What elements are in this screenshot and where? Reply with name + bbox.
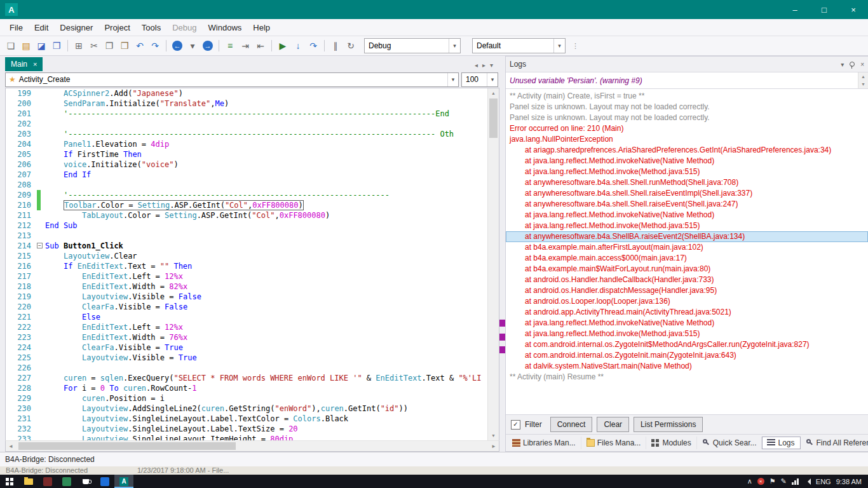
log-output[interactable]: ** Activity (main) Create, isFirst = tru… — [506, 89, 868, 414]
bridge-status-icon[interactable]: × — [757, 478, 764, 485]
menu-file[interactable]: File — [4, 20, 29, 35]
log-line[interactable]: at java.lang.reflect.Method.invokeNative… — [506, 318, 868, 329]
pen-icon[interactable]: ✎ — [781, 477, 787, 485]
code-line[interactable]: 212End Sub — [6, 220, 488, 231]
connect-button[interactable]: Connect — [550, 417, 593, 432]
close-logs-icon[interactable]: × — [860, 61, 864, 68]
sub-selector-combobox[interactable]: ★ Activity_Create ▾ — [5, 72, 459, 87]
scrollbar-thumb[interactable] — [489, 98, 498, 138]
tab-files-manager[interactable]: Files Mana... — [581, 437, 647, 449]
save-all-icon[interactable]: ❒ — [50, 39, 64, 53]
log-line[interactable]: ** Activity (main) Create, isFirst = tru… — [506, 91, 868, 102]
scroll-down-icon[interactable]: ▼ — [488, 431, 499, 440]
save-icon[interactable]: ◪ — [34, 39, 48, 53]
code-line[interactable]: 222EnEditText.Left = 12%x — [6, 322, 488, 332]
code-line[interactable]: 233Layoutview.SingleLineLayout.ItemHeigh… — [6, 434, 488, 440]
app-icon-green[interactable] — [57, 475, 76, 488]
log-line[interactable]: at com.android.internal.os.ZygoteInit.ma… — [506, 350, 868, 361]
forward-icon[interactable]: → — [201, 39, 215, 53]
back-icon[interactable]: ← — [170, 39, 184, 53]
scroll-right-icon[interactable]: ► — [489, 444, 499, 449]
log-line[interactable]: Error occurred on line: 210 (Main) — [506, 123, 868, 134]
log-line[interactable]: at anywheresoftware.b4a.shell.Shell.runM… — [506, 177, 868, 188]
log-line[interactable]: at android.os.Handler.handleCallback(Han… — [506, 274, 868, 285]
code-line[interactable]: 203'------------------------------------… — [6, 129, 488, 139]
code-line[interactable]: 206voice.Initialize("voice") — [6, 159, 488, 170]
code-line[interactable]: 202 — [6, 119, 488, 129]
redo-icon[interactable]: ↷ — [148, 39, 162, 53]
log-line-selected[interactable]: at anywheresoftware.b4a.ShellBA.raiseEve… — [506, 231, 868, 242]
code-line[interactable]: 211TabLayout.Color = Setting.ASP.GetInt(… — [6, 210, 488, 220]
code-line[interactable]: 208 — [6, 180, 488, 190]
log-line[interactable]: Panel size is unknown. Layout may not be… — [506, 102, 868, 112]
file-explorer-icon[interactable] — [19, 475, 38, 488]
list-permissions-button[interactable]: List Permissions — [634, 417, 703, 432]
minimize-button[interactable]: – — [780, 0, 810, 19]
tab-scroll-left-icon[interactable]: ◂ — [475, 62, 478, 69]
log-line[interactable]: at android.os.Looper.loop(Looper.java:13… — [506, 296, 868, 307]
chevron-down-icon[interactable]: ▾ — [487, 73, 498, 86]
clock[interactable]: 9:38 AM — [836, 478, 862, 485]
close-button[interactable]: × — [839, 0, 868, 19]
java-app-icon[interactable] — [76, 475, 95, 488]
menu-debug[interactable]: Debug — [166, 20, 202, 35]
chevron-down-icon[interactable]: ▾ — [449, 39, 460, 53]
zoom-combobox[interactable]: 100 ▾ — [461, 72, 498, 87]
designer-icon[interactable]: ⊞ — [72, 39, 86, 53]
log-line[interactable]: at ariagp.sharedprefrences.AriaSharedPre… — [506, 145, 868, 156]
log-line[interactable]: ** Activity (main) Resume ** — [506, 372, 868, 383]
code-line[interactable]: 228For i = 0 To curen.RowCount-1 — [6, 383, 488, 393]
code-line[interactable]: 205If FirstTime Then — [6, 149, 488, 159]
code-line[interactable]: 204Panel1.Elevation = 4dip — [6, 139, 488, 149]
log-line[interactable]: at b4a.example.main.access$000(main.java… — [506, 253, 868, 264]
code-line[interactable]: 230Layoutview.AddSingleLine2(curen.GetSt… — [6, 403, 488, 414]
undo-icon[interactable]: ↶ — [133, 39, 147, 53]
menu-designer[interactable]: Designer — [54, 20, 98, 35]
action-center-flag-icon[interactable]: ⚑ — [770, 477, 776, 485]
log-line[interactable]: at anywheresoftware.b4a.shell.Shell.rais… — [506, 188, 868, 199]
code-line[interactable]: 207End If — [6, 170, 488, 180]
comment-icon[interactable]: ≡ — [223, 39, 237, 53]
cut-icon[interactable]: ✂ — [87, 39, 101, 53]
log-line[interactable]: at java.lang.reflect.Method.invokeNative… — [506, 210, 868, 220]
run-icon[interactable]: ▶ — [276, 39, 290, 53]
log-line[interactable]: at android.app.ActivityThread.main(Activ… — [506, 307, 868, 318]
code-line[interactable]: 221Else — [6, 312, 488, 322]
pin-icon[interactable] — [850, 62, 855, 67]
code-line[interactable]: 225Layoutview.Visible = True — [6, 353, 488, 363]
menu-help[interactable]: Help — [247, 20, 276, 35]
copy-icon[interactable]: ❐ — [102, 39, 116, 53]
menu-project[interactable]: Project — [98, 20, 135, 35]
log-line[interactable]: at b4a.example.main.afterFirstLayout(mai… — [506, 242, 868, 253]
tab-find-all-references[interactable]: Find All Referen... — [801, 437, 868, 449]
code-line[interactable]: 223EnEditText.Width = 76%x — [6, 332, 488, 342]
code-line[interactable]: 214−Sub Button1_Click — [6, 241, 488, 251]
code-line[interactable]: 227curen = sqlen.ExecQuery("SELECT * FRO… — [6, 373, 488, 383]
code-line[interactable]: 213 — [6, 231, 488, 241]
log-line[interactable]: at java.lang.reflect.Method.invoke(Metho… — [506, 166, 868, 177]
tab-libraries-manager[interactable]: Libraries Man... — [507, 437, 581, 449]
code-line[interactable]: 200SendParam.Initialize("Translate",Me) — [6, 98, 488, 109]
outdent-icon[interactable]: ⇤ — [254, 39, 268, 53]
debug-mode-select[interactable]: Debug ▾ — [364, 38, 461, 53]
tab-scroll-right-icon[interactable]: ▸ — [482, 62, 485, 69]
step-into-icon[interactable]: ↓ — [291, 39, 305, 53]
code-line[interactable]: 217EnEditText.Left = 12%x — [6, 271, 488, 281]
code-line[interactable]: 216If EnEditText.Text = "" Then — [6, 261, 488, 271]
tab-main[interactable]: Main × — [5, 57, 43, 71]
code-editor[interactable]: 199ACSpinner2.Add("Japanese")200SendPara… — [5, 88, 499, 440]
log-line[interactable]: at java.lang.reflect.Method.invokeNative… — [506, 156, 868, 166]
log-line[interactable]: at java.lang.reflect.Method.invoke(Metho… — [506, 329, 868, 339]
pane-splitter[interactable] — [499, 56, 505, 452]
menu-windows[interactable]: Windows — [203, 20, 248, 35]
app-icon-red[interactable] — [38, 475, 57, 488]
scroll-left-icon[interactable]: ◄ — [6, 444, 16, 449]
close-tab-icon[interactable]: × — [33, 60, 37, 68]
log-line[interactable]: at android.os.Handler.dispatchMessage(Ha… — [506, 285, 868, 296]
tab-logs[interactable]: Logs — [762, 437, 800, 449]
code-line[interactable]: 215Layoutview.Clear — [6, 251, 488, 261]
scrollbar-thumb[interactable] — [18, 442, 236, 450]
scroll-up-icon[interactable]: ▲ — [858, 72, 868, 81]
start-button[interactable] — [0, 475, 19, 488]
scrollbar-track[interactable] — [16, 441, 489, 451]
